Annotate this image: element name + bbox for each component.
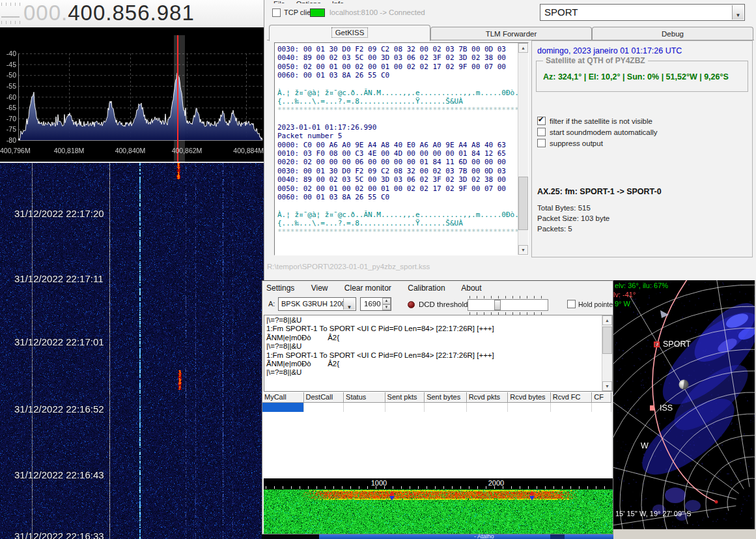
- y-tick: -40: [0, 50, 16, 57]
- decoded-ascii: À.¦ ž¤¯@à¦ ž¤¯@c.ð..ÃN.M.....,,.e.......…: [275, 211, 528, 228]
- satellite-info-panel: domingo, 2023 janeiro 01 01:17:26 UTC Sa…: [531, 40, 753, 257]
- kiss-hex-dump-pane[interactable]: 0030: 00 01 30 D0 F2 09 C2 08 32 00 02 0…: [274, 42, 529, 255]
- col-sent-pkts[interactable]: Sent pkts: [385, 392, 425, 403]
- waterfall-timestamp: 31/12/2022 22:17:20: [14, 208, 104, 219]
- slider-thumb[interactable]: [494, 300, 501, 310]
- monitor-scrollbar[interactable]: ▲ ▼: [602, 315, 612, 391]
- satellite-select-dropdown-button[interactable]: ▼: [732, 5, 744, 20]
- hold-pointers-checkbox[interactable]: [567, 300, 576, 308]
- sport-label: SPORT: [663, 340, 691, 349]
- suppress-output-label: suppress output: [550, 139, 603, 147]
- qth-groupbox: Satellite at QTH of PY4ZBZ Az: 324,1° | …: [536, 61, 748, 92]
- coordinates-readout: 15' 15'' W, 19° 27' 09'' S: [615, 510, 692, 517]
- total-bytes: Total Bytes: 515: [537, 204, 591, 212]
- iss-label: ISS: [660, 403, 673, 413]
- table-cell[interactable]: [304, 403, 344, 412]
- table-row: [262, 403, 611, 412]
- menu-calibration[interactable]: Calibration: [408, 284, 445, 293]
- menu-view[interactable]: View: [311, 284, 328, 293]
- table-cell[interactable]: [385, 403, 425, 412]
- scroll-down-icon[interactable]: ▼: [602, 381, 612, 391]
- table-cell[interactable]: [551, 403, 593, 412]
- atalho-title: - Atalho: [474, 534, 494, 539]
- menu-clear-monitor[interactable]: Clear monitor: [344, 284, 391, 293]
- table-cell[interactable]: [467, 403, 509, 412]
- col-destcall[interactable]: DestCall: [304, 392, 344, 403]
- scroll-down-icon[interactable]: ▼: [518, 245, 528, 255]
- col-cf[interactable]: CF: [592, 392, 611, 403]
- waterfall-timestamp: 31/12/2022 22:16:43: [14, 469, 104, 480]
- west-compass-label: W: [641, 441, 649, 450]
- col-sent-bytes[interactable]: Sent bytes: [425, 392, 467, 403]
- satellite-select[interactable]: SPORT ▼: [540, 4, 745, 21]
- table-cell[interactable]: [344, 403, 385, 412]
- tab-debug[interactable]: Debug: [592, 27, 753, 40]
- hold-pointers-label: Hold pointers: [578, 300, 619, 308]
- az-el-sun-line: Az: 324,1° | El: 10,2° | Sun: 0% | 51,52…: [543, 72, 729, 81]
- table-cell-selected[interactable]: [262, 403, 304, 412]
- chevron-down-icon: ▼: [347, 304, 352, 310]
- col-rcvd-pkts[interactable]: Rcvd pkts: [467, 392, 509, 403]
- hex-dump-full: 0000: C0 00 A6 A0 9E A4 A8 40 E0 A6 A0 9…: [275, 141, 528, 202]
- table-header-row: MyCall DestCall Status Sent pkts Sent by…: [262, 392, 611, 403]
- frequency-display-bar[interactable]: 000.400.856.981: [0, 0, 264, 27]
- table-cell[interactable]: [592, 403, 611, 412]
- modem-select[interactable]: BPSK G3RUH 1200bd ▼: [278, 297, 356, 311]
- start-soundmodem-label: start soundmodem automatically: [550, 128, 658, 136]
- modem-select-dropdown-button[interactable]: ▼: [343, 299, 355, 310]
- ruler-label-2000: 2000: [483, 479, 509, 487]
- col-status[interactable]: Status: [344, 392, 385, 403]
- col-mycall[interactable]: MyCall: [262, 392, 304, 403]
- col-rcvd-fc[interactable]: Rcvd FC: [551, 392, 593, 403]
- tab-tlm-forwarder[interactable]: TLM Forwarder: [430, 27, 592, 40]
- scroll-thumb[interactable]: [518, 177, 528, 230]
- scroll-up-icon[interactable]: ▲: [518, 43, 528, 53]
- y-tick: -80: [0, 136, 16, 144]
- scroll-up-icon[interactable]: ▲: [602, 315, 612, 325]
- audio-waterfall-canvas[interactable]: [264, 489, 613, 534]
- waterfall-timestamp: 31/12/2022 22:16:52: [14, 403, 104, 415]
- x-tick: 400,818M: [48, 147, 90, 154]
- start-soundmodem-checkbox[interactable]: [537, 128, 546, 136]
- packet-meta: 2023-01-01 01:17:26.990 Packet number 5: [275, 123, 528, 141]
- chevron-down-icon: ▼: [736, 12, 741, 18]
- titlebar-dark-block: [550, 534, 565, 539]
- kss-file-path: R:\tempor\SPORT\2023-01-01_py4zbz_sport.…: [267, 263, 430, 270]
- menu-options[interactable]: Options: [296, 0, 321, 3]
- dcd-led: [408, 301, 415, 308]
- menu-info[interactable]: Info: [332, 0, 344, 3]
- sdr-waterfall-canvas[interactable]: [0, 163, 264, 539]
- tab-getkiss[interactable]: GetKISS: [269, 25, 430, 41]
- x-tick: 400,884M: [226, 147, 264, 154]
- spin-down-icon[interactable]: ▼: [382, 304, 391, 311]
- menu-settings[interactable]: Settings: [266, 284, 294, 293]
- ax25-header: AX.25: fm: SPORT-1 -> SPORT-0: [537, 187, 662, 196]
- table-cell[interactable]: [425, 403, 467, 412]
- hex-scrollbar[interactable]: ▲ ▼: [518, 43, 528, 255]
- filter-not-visible-checkbox[interactable]: ✔: [537, 117, 546, 125]
- y-tick: -75: [0, 125, 16, 133]
- table-cell[interactable]: [508, 403, 551, 412]
- menu-file[interactable]: File: [273, 0, 285, 3]
- sdr-waterfall[interactable]: 31/12/2022 22:17:20 31/12/2022 22:17:11 …: [0, 162, 264, 539]
- suppress-output-checkbox[interactable]: [537, 139, 546, 147]
- col-rcvd-bytes[interactable]: Rcvd bytes: [508, 392, 551, 403]
- waterfall-timestamp: 31/12/2022 22:17:01: [14, 336, 104, 347]
- menu-about[interactable]: About: [461, 284, 481, 293]
- spin-up-icon[interactable]: ▲: [382, 298, 391, 304]
- qth-group-title: Satellite at QTH of PY4ZBZ: [543, 56, 648, 65]
- scroll-thumb[interactable]: [602, 327, 612, 354]
- spectrum-display[interactable]: -40 -45 -50 -55 -60 -65 -70 -75 -80 400,…: [0, 27, 264, 162]
- packet-count: Packets: 5: [537, 225, 572, 233]
- background-window-titlebar[interactable]: - Atalho: [319, 534, 613, 539]
- tab-bar: GetKISS TLM Forwarder Debug: [269, 25, 753, 40]
- dcd-threshold-slider[interactable]: [468, 299, 548, 311]
- spectrum-canvas[interactable]: [0, 27, 264, 162]
- tcp-client-checkbox[interactable]: [272, 8, 281, 17]
- frequency-leading-zeros: 000.: [23, 1, 68, 25]
- center-frequency-spinner[interactable]: 1690 ▲▼: [360, 297, 391, 311]
- packet-monitor[interactable]: |\=?=8||&U 1:Fm SPORT-1 To SPORT <UI C P…: [264, 315, 613, 392]
- menubar: File Options Info: [264, 0, 756, 3]
- polar-sky-view-canvas: [613, 280, 756, 529]
- frequency-readout[interactable]: 000.400.856.981: [23, 1, 195, 25]
